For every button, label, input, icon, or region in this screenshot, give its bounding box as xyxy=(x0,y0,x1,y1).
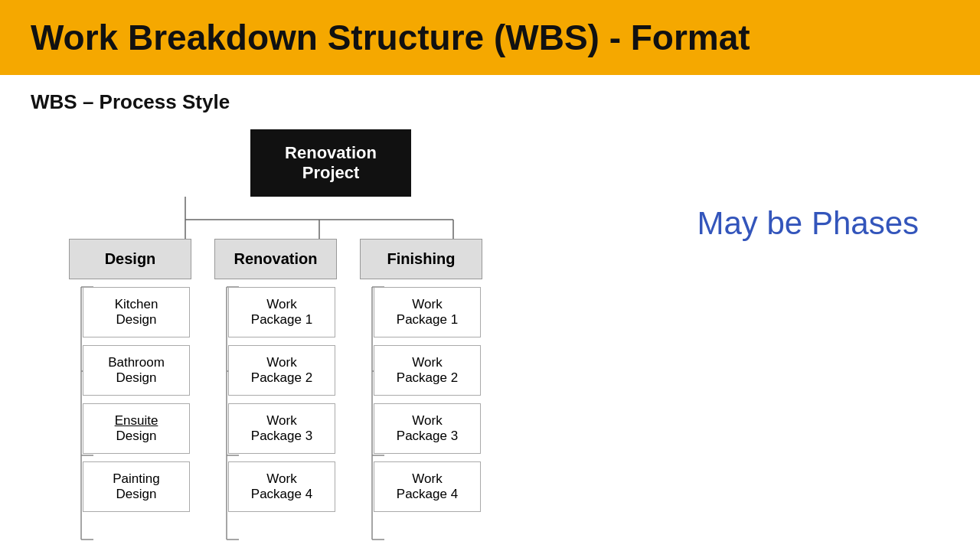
child-design-3: EnsuiteDesign xyxy=(83,403,190,454)
children-finishing: WorkPackage 1 WorkPackage 2 WorkPackage … xyxy=(374,287,481,540)
may-be-phases: May be Phases xyxy=(697,205,920,242)
col-finishing: Finishing WorkPackage 1 WorkPackage 2 Wo… xyxy=(345,239,498,540)
children-design: KitchenDesign BathroomDesign EnsuiteDesi… xyxy=(83,287,190,540)
root-label: Renovation Project xyxy=(285,143,377,182)
level1-design: Design xyxy=(69,239,191,279)
children-renovation: WorkPackage 1 WorkPackage 2 WorkPackage … xyxy=(228,287,335,540)
child-finishing-4: WorkPackage 4 xyxy=(374,461,481,512)
child-design-1: KitchenDesign xyxy=(83,287,190,337)
child-renovation-2: WorkPackage 2 xyxy=(228,345,335,396)
wbs-diagram: Renovation Project Design xyxy=(31,129,628,540)
root-node: Renovation Project xyxy=(250,129,411,197)
level1-renovation-label: Renovation xyxy=(234,250,318,267)
page-title: Work Breakdown Structure (WBS) - Format xyxy=(31,17,949,58)
header: Work Breakdown Structure (WBS) - Format xyxy=(0,0,980,75)
child-design-2: BathroomDesign xyxy=(83,345,190,396)
child-renovation-4: WorkPackage 4 xyxy=(228,461,335,512)
child-renovation-3: WorkPackage 3 xyxy=(228,403,335,454)
child-finishing-2: WorkPackage 2 xyxy=(374,345,481,396)
level1-finishing: Finishing xyxy=(360,239,482,279)
col-renovation: Renovation WorkPackage 1 WorkPackage 2 W… xyxy=(199,239,352,540)
bracket-renovation xyxy=(216,287,228,540)
bracket-design xyxy=(70,287,83,540)
bracket-finishing xyxy=(361,287,374,540)
child-design-4: PaintingDesign xyxy=(83,461,190,512)
level1-finishing-label: Finishing xyxy=(387,250,456,267)
child-renovation-1: WorkPackage 1 xyxy=(228,287,335,337)
level1-renovation: Renovation xyxy=(214,239,337,279)
child-finishing-1: WorkPackage 1 xyxy=(374,287,481,337)
level1-design-label: Design xyxy=(105,250,156,267)
subtitle: WBS – Process Style xyxy=(31,90,949,114)
col-design: Design KitchenDesign BathroomDesign xyxy=(54,239,207,540)
child-finishing-3: WorkPackage 3 xyxy=(374,403,481,454)
root-connector-svg xyxy=(105,197,564,239)
